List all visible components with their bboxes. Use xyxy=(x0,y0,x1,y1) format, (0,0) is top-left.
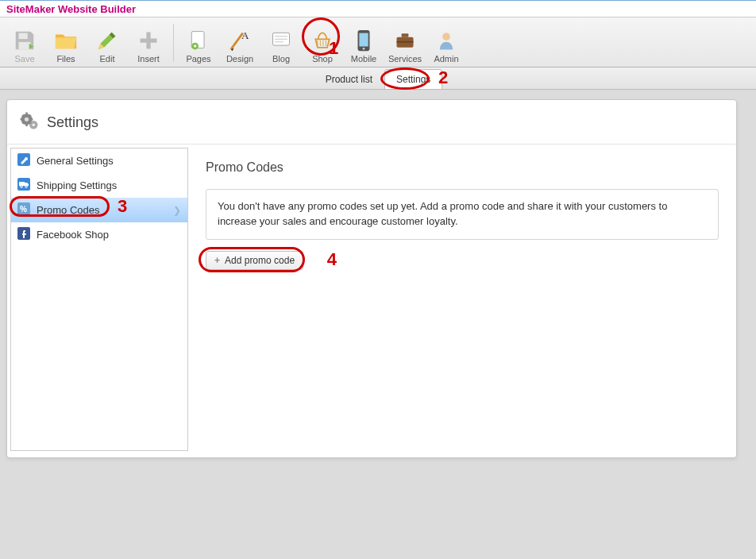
sidebar-item-label: Shipping Settings xyxy=(37,179,117,191)
save-label: Save xyxy=(14,54,34,64)
insert-label: Insert xyxy=(137,54,160,64)
sidebar-item-label: Facebook Shop xyxy=(37,229,109,241)
sidebar-item-label: Promo Codes xyxy=(37,204,99,216)
mobile-icon xyxy=(350,27,377,54)
design-label: Design xyxy=(226,54,253,64)
toolbar-divider xyxy=(173,24,174,62)
svg-rect-7 xyxy=(359,33,368,47)
settings-panel: Settings General Settings Shipping Setti… xyxy=(6,99,737,458)
annotation-number-4: 4 xyxy=(327,249,337,270)
svg-point-12 xyxy=(442,33,450,40)
svg-point-20 xyxy=(21,186,23,188)
admin-button[interactable]: Admin xyxy=(426,21,466,65)
files-button[interactable]: Files xyxy=(46,21,86,65)
wrench-icon xyxy=(17,153,30,168)
user-icon xyxy=(433,27,460,54)
content-heading: Promo Codes xyxy=(206,160,719,175)
svg-rect-11 xyxy=(397,41,414,43)
panel-header: Settings xyxy=(7,100,736,144)
chevron-right-icon: ❯ xyxy=(173,205,181,216)
floppy-icon xyxy=(11,27,38,54)
sidebar-item-shipping[interactable]: Shipping Settings xyxy=(11,173,187,198)
add-promo-code-button[interactable]: + Add promo code xyxy=(206,251,303,270)
facebook-icon xyxy=(17,227,30,242)
shop-label: Shop xyxy=(312,54,333,64)
edit-label: Edit xyxy=(100,54,115,64)
sidebar-item-promo-codes[interactable]: % Promo Codes ❯ 3 xyxy=(11,198,187,222)
tab-settings-label: Settings xyxy=(396,74,430,85)
design-button[interactable]: A Design xyxy=(220,21,260,65)
save-button: Save xyxy=(5,21,44,65)
services-button[interactable]: Services xyxy=(385,21,425,65)
svg-text:A: A xyxy=(241,29,249,41)
empty-state-message: You don't have any promo codes set up ye… xyxy=(206,189,719,240)
insert-button[interactable]: Insert xyxy=(129,21,168,65)
mobile-button[interactable]: Mobile xyxy=(344,21,384,65)
plus-small-icon: + xyxy=(214,255,220,266)
svg-point-8 xyxy=(363,48,365,50)
svg-point-21 xyxy=(25,186,28,188)
admin-label: Admin xyxy=(434,54,458,64)
panel-title: Settings xyxy=(47,114,98,131)
pages-label: Pages xyxy=(186,54,210,64)
mobile-label: Mobile xyxy=(351,54,376,64)
panel-body: General Settings Shipping Settings % Pro… xyxy=(7,144,736,457)
sidebar-item-label: General Settings xyxy=(37,155,114,167)
annotation-number-3: 3 xyxy=(118,196,127,217)
settings-content: Promo Codes You don't have any promo cod… xyxy=(188,145,736,457)
svg-point-14 xyxy=(25,118,29,121)
services-label: Services xyxy=(388,54,422,64)
edit-button[interactable]: Edit xyxy=(87,21,127,65)
sidebar-item-facebook-shop[interactable]: Facebook Shop xyxy=(11,222,187,247)
svg-text:%: % xyxy=(20,205,27,214)
tab-product-list[interactable]: Product list xyxy=(314,69,384,89)
blog-label: Blog xyxy=(272,54,290,64)
truck-icon xyxy=(17,178,30,193)
svg-rect-0 xyxy=(19,33,28,40)
shop-button[interactable]: Shop xyxy=(303,21,342,65)
blog-button[interactable]: Blog xyxy=(261,21,301,65)
gear-icon xyxy=(18,110,40,136)
folder-icon xyxy=(52,27,79,54)
files-label: Files xyxy=(56,54,75,64)
app-title: SiteMaker Website Builder xyxy=(0,0,756,17)
briefcase-icon xyxy=(392,27,418,54)
pencil-icon xyxy=(94,27,121,54)
svg-rect-10 xyxy=(402,33,409,37)
svg-rect-19 xyxy=(19,182,25,186)
percent-icon: % xyxy=(17,202,30,218)
design-icon: A xyxy=(226,27,253,54)
basket-icon xyxy=(309,27,336,54)
main-toolbar: Save Files Edit Insert Pages A Design xyxy=(0,17,756,67)
plus-icon xyxy=(135,27,162,54)
tab-settings[interactable]: Settings xyxy=(384,69,442,89)
workspace: Settings General Settings Shipping Setti… xyxy=(0,90,756,559)
settings-sidebar: General Settings Shipping Settings % Pro… xyxy=(10,148,188,451)
pages-button[interactable]: Pages xyxy=(179,21,218,65)
svg-rect-1 xyxy=(19,42,31,49)
sidebar-item-general[interactable]: General Settings xyxy=(11,148,187,173)
shop-subtabs: Product list Settings 2 xyxy=(0,67,756,90)
blog-icon xyxy=(268,27,295,54)
page-icon xyxy=(185,27,212,54)
add-promo-code-label: Add promo code xyxy=(225,255,295,266)
svg-point-16 xyxy=(33,124,36,127)
